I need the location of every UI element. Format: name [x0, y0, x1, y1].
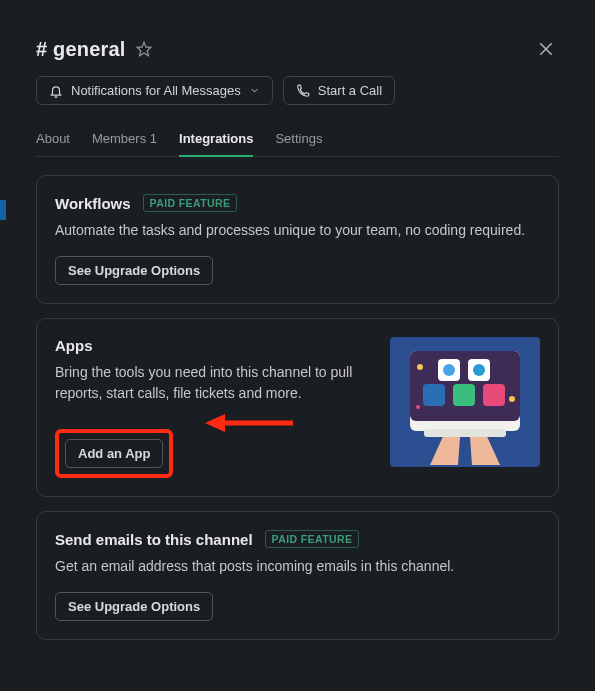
phone-icon [296, 84, 310, 98]
paid-feature-badge: PAID FEATURE [143, 194, 238, 212]
notifications-dropdown[interactable]: Notifications for All Messages [36, 76, 273, 105]
start-call-button[interactable]: Start a Call [283, 76, 395, 105]
svg-point-13 [417, 364, 423, 370]
svg-point-12 [473, 364, 485, 376]
channel-title: # general [36, 38, 126, 61]
channel-details-modal: # general Notifications for All Messag [14, 14, 581, 677]
workflows-desc: Automate the tasks and processes unique … [55, 220, 540, 242]
tab-members[interactable]: Members 1 [92, 125, 157, 156]
svg-rect-16 [424, 429, 506, 437]
bell-icon [49, 84, 63, 98]
apps-body: Apps Bring the tools you need into this … [55, 337, 540, 478]
apps-illustration [390, 337, 540, 467]
svg-marker-0 [137, 42, 150, 55]
apps-desc: Bring the tools you need into this chann… [55, 362, 374, 405]
tab-integrations[interactable]: Integrations [179, 125, 253, 156]
emails-title: Send emails to this channel [55, 531, 253, 548]
card-head: Apps [55, 337, 374, 354]
svg-point-15 [416, 405, 420, 409]
svg-point-10 [443, 364, 455, 376]
start-call-label: Start a Call [318, 83, 382, 98]
svg-rect-8 [483, 384, 505, 406]
tab-settings[interactable]: Settings [275, 125, 322, 156]
apps-title: Apps [55, 337, 93, 354]
emails-upgrade-button[interactable]: See Upgrade Options [55, 592, 213, 621]
notifications-label: Notifications for All Messages [71, 83, 241, 98]
svg-point-14 [509, 396, 515, 402]
star-icon[interactable] [136, 41, 152, 57]
title-wrap: # general [36, 38, 152, 61]
workflows-upgrade-button[interactable]: See Upgrade Options [55, 256, 213, 285]
card-head: Workflows PAID FEATURE [55, 194, 540, 212]
actions-row: Notifications for All Messages Start a C… [36, 76, 559, 105]
card-head: Send emails to this channel PAID FEATURE [55, 530, 540, 548]
emails-card: Send emails to this channel PAID FEATURE… [36, 511, 559, 640]
workflows-card: Workflows PAID FEATURE Automate the task… [36, 175, 559, 304]
background-selection-strip [0, 200, 6, 220]
chevron-down-icon [249, 85, 260, 96]
apps-left: Apps Bring the tools you need into this … [55, 337, 374, 478]
close-button[interactable] [533, 36, 559, 62]
paid-feature-badge: PAID FEATURE [265, 530, 360, 548]
annotation-highlight-box: Add an App [55, 429, 173, 478]
workflows-title: Workflows [55, 195, 131, 212]
tab-bar: About Members 1 Integrations Settings [36, 125, 559, 157]
modal-header: # general [36, 36, 559, 62]
svg-rect-7 [453, 384, 475, 406]
close-icon [537, 40, 555, 58]
tab-about[interactable]: About [36, 125, 70, 156]
add-an-app-button[interactable]: Add an App [65, 439, 163, 468]
emails-desc: Get an email address that posts incoming… [55, 556, 540, 578]
apps-card: Apps Bring the tools you need into this … [36, 318, 559, 497]
svg-rect-6 [423, 384, 445, 406]
cards-container: Workflows PAID FEATURE Automate the task… [36, 175, 559, 640]
